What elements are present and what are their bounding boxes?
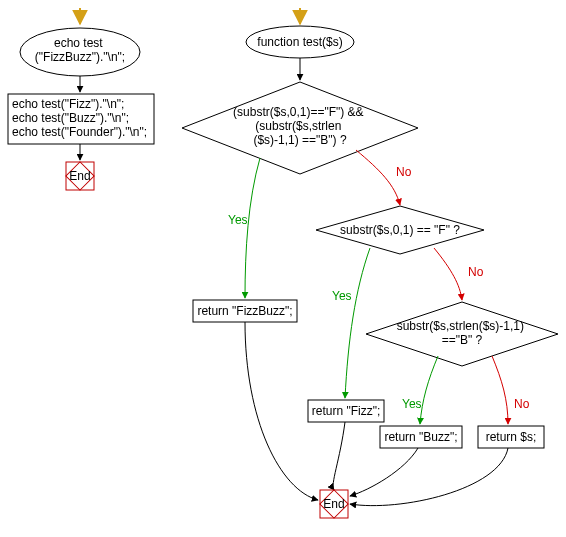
edge-d1-no [356,150,400,205]
return-fizz-label: return "Fizz"; [312,404,381,418]
return-fizzbuzz-label: return "FizzBuzz"; [197,304,292,318]
d1-yes-label: Yes [228,213,248,227]
edge-s-end [350,448,508,506]
d3-no-label: No [514,397,530,411]
left-end-label: End [69,169,90,183]
edge-d3-yes [420,356,438,424]
edge-fizzbuzz-end [245,322,318,500]
right-end-label: End [323,497,344,511]
return-buzz-label: return "Buzz"; [384,430,457,444]
d2-yes-label: Yes [332,289,352,303]
d1-no-label: No [396,165,412,179]
edge-buzz-end [350,448,418,496]
d2-no-label: No [468,265,484,279]
edge-d2-yes [345,248,370,398]
svg-text:echo test("Fizz")."\n";
    ec: echo test("Fizz")."\n"; echo test("Buzz"… [12,97,147,139]
left-end-node: End [66,162,94,190]
d3-yes-label: Yes [402,397,422,411]
decision2-label: substr($s,0,1) == "F" ? [340,223,460,237]
edge-d2-no [434,248,462,300]
edge-d1-yes [245,158,260,298]
right-end-node: End [320,490,348,518]
right-terminator-label: function test($s) [257,35,342,49]
return-s-label: return $s; [486,430,537,444]
edge-d3-no [492,356,508,424]
edge-fizz-end [333,422,345,490]
